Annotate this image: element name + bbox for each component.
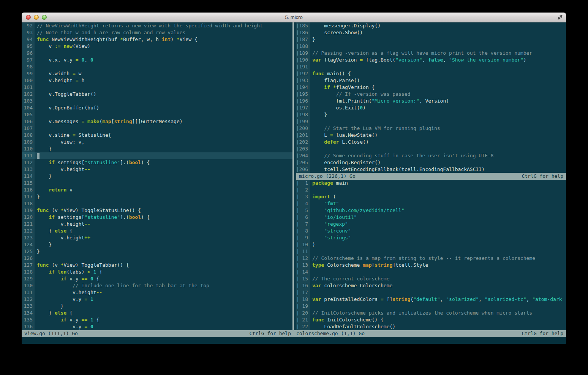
code-line[interactable]: |19 (296, 303, 566, 310)
code-line[interactable]: 132 v.y = 1 (22, 296, 292, 303)
code-line[interactable]: 101 (22, 84, 292, 91)
code-line[interactable]: |6 "io/ioutil" (296, 214, 566, 221)
code-line[interactable]: 92// NewViewWidthHeight returns a new vi… (22, 22, 292, 29)
code-line[interactable]: 125} (22, 248, 292, 255)
code-line[interactable]: 108 v.sline = Statusline{ (22, 132, 292, 139)
code-line[interactable]: |206 tcell.SetEncodingFallback(tcell.Enc… (296, 166, 566, 173)
code-line[interactable]: 93// Note that w and h are raw column an… (22, 29, 292, 36)
code-line[interactable]: 127func (v *View) ToggleTabbar() { (22, 262, 292, 269)
code-line[interactable]: |205 encoding.Register() (296, 159, 566, 166)
code-line[interactable]: 106 v.messages = make(map[string][]Gutte… (22, 118, 292, 125)
code-line[interactable]: |8 "strconv" (296, 228, 566, 234)
code-line[interactable]: |189// Passing -version as a flag will h… (296, 50, 566, 57)
code-line[interactable]: |13type Colorscheme map[string]tcell.Sty… (296, 262, 566, 269)
code-line[interactable]: 121 v.height-- (22, 221, 292, 228)
code-line[interactable]: 116 return v (22, 187, 292, 193)
code-line[interactable]: 97 v.x, v.y = 0, 0 (22, 57, 292, 63)
code-line[interactable]: |198 } (296, 111, 566, 118)
code-line[interactable]: |196 fmt.Println("Micro version:", Versi… (296, 98, 566, 104)
code-line[interactable]: |10) (296, 241, 566, 248)
code-line[interactable]: 109 view: v, (22, 139, 292, 146)
code-line[interactable]: 128 if len(tabs) > 1 { (22, 269, 292, 275)
command-line[interactable] (22, 337, 566, 344)
pane-view-go[interactable]: 92// NewViewWidthHeight returns a new vi… (22, 22, 292, 330)
line-number: 113 (22, 166, 35, 173)
code-line[interactable]: 114 } (22, 173, 292, 180)
code-line[interactable]: |5 "github.com/zyedidia/tcell" (296, 207, 566, 214)
code-line[interactable]: |186 screen.Show() (296, 29, 566, 36)
line-number: |187 (296, 36, 310, 43)
code-line[interactable]: |21func InitColorscheme() { (296, 316, 566, 323)
code-line[interactable]: |12// Colorscheme is a map from string t… (296, 255, 566, 262)
code-line[interactable]: 105 (22, 111, 292, 118)
code-line[interactable]: 124 } (22, 241, 292, 248)
code-line[interactable]: 136 v.y = 0 (22, 323, 292, 330)
code-line[interactable]: |195 // If -version was passed (296, 91, 566, 98)
code-line[interactable]: |197 os.Exit(0) (296, 104, 566, 111)
code-line[interactable]: 112 if settings["statusline"].(bool) { (22, 159, 292, 166)
code-line[interactable]: |191 (296, 63, 566, 70)
code-line[interactable]: |16var colorscheme Colorscheme (296, 282, 566, 289)
code-line[interactable]: 119func (v *View) ToggleStatusLine() { (22, 207, 292, 214)
code-line[interactable]: |2 (296, 187, 566, 193)
code-line[interactable]: |204 // Some encoding stuff in case the … (296, 152, 566, 159)
pane-micro-go[interactable]: |185 messenger.Display()|186 screen.Show… (296, 22, 566, 173)
code-line[interactable]: 96 (22, 50, 292, 57)
code-line[interactable]: 110 } (22, 146, 292, 152)
code-line[interactable]: 115 (22, 180, 292, 187)
code-line[interactable]: |194 if *flagVersion { (296, 84, 566, 91)
code-line[interactable]: 131 v.height-- (22, 289, 292, 296)
code-line[interactable]: 111 (22, 152, 292, 159)
code-line[interactable]: 117} (22, 193, 292, 200)
code-line[interactable]: |9 "strings" (296, 234, 566, 241)
code-line[interactable]: 134 } else { (22, 310, 292, 316)
code-line[interactable]: |201 L = lua.NewState() (296, 132, 566, 139)
code-line[interactable]: |7 "regexp" (296, 221, 566, 228)
code-line[interactable]: 126 (22, 255, 292, 262)
code-line[interactable]: |199 (296, 118, 566, 125)
code-line[interactable]: 122 } else { (22, 228, 292, 234)
code-line[interactable]: |193 flag.Parse() (296, 77, 566, 84)
pane-colorscheme-go[interactable]: |1package main|2|3import (|4 "fmt"|5 "gi… (296, 180, 566, 330)
code-line[interactable]: |17 (296, 289, 566, 296)
code-line[interactable]: |11 (296, 248, 566, 255)
code-line[interactable]: |4 "fmt" (296, 200, 566, 207)
split-divider[interactable] (292, 22, 296, 330)
code-line[interactable]: 130 // Include one line for the tab bar … (22, 282, 292, 289)
code-line[interactable]: 129 if v.y == 0 { (22, 275, 292, 282)
code-line[interactable]: 113 v.height-- (22, 166, 292, 173)
code-line[interactable]: 103 (22, 98, 292, 104)
code-line[interactable]: |187} (296, 36, 566, 43)
code-line[interactable]: 94func NewViewWidthHeight(buf *Buffer, w… (22, 36, 292, 43)
code-line[interactable]: 107 (22, 125, 292, 132)
code-line[interactable]: |200 // Start the Lua VM for running plu… (296, 125, 566, 132)
code-line[interactable]: |202 defer L.Close() (296, 139, 566, 146)
code-line[interactable]: |203 (296, 146, 566, 152)
code-line[interactable]: 133 } (22, 303, 292, 310)
code-line[interactable]: 104 v.OpenBuffer(buf) (22, 104, 292, 111)
code-line[interactable]: 118 (22, 200, 292, 207)
code-line[interactable]: |22 LoadDefaultColorscheme() (296, 323, 566, 330)
code-line[interactable]: |3import ( (296, 193, 566, 200)
code-line[interactable]: |18var preInstalledColors = []string{"de… (296, 296, 566, 303)
line-number: 108 (22, 132, 35, 139)
code-line[interactable]: 102 v.ToggleTabbar() (22, 91, 292, 98)
code-line[interactable]: |192func main() { (296, 70, 566, 77)
code-line[interactable]: |190var flagVersion = flag.Bool("version… (296, 57, 566, 63)
code-line[interactable]: 120 if settings["statusline"].(bool) { (22, 214, 292, 221)
code-line[interactable]: |14 (296, 269, 566, 275)
code-line[interactable]: 99 v.width = w (22, 70, 292, 77)
code-line[interactable]: |185 messenger.Display() (296, 22, 566, 29)
line-number: |204 (296, 152, 310, 159)
code-line[interactable]: |188 (296, 43, 566, 50)
fullscreen-icon[interactable] (557, 14, 563, 20)
code-line[interactable]: 100 v.height = h (22, 77, 292, 84)
code-line[interactable]: |15// The current colorscheme (296, 275, 566, 282)
code-line[interactable]: |1package main (296, 180, 566, 187)
window-titlebar[interactable]: 5. micro (22, 13, 566, 22)
code-line[interactable]: 123 v.height++ (22, 234, 292, 241)
code-line[interactable]: 135 if v.y == 1 { (22, 316, 292, 323)
code-line[interactable]: |20// InitColorscheme picks and initiali… (296, 310, 566, 316)
code-line[interactable]: 98 (22, 63, 292, 70)
code-line[interactable]: 95 v := new(View) (22, 43, 292, 50)
